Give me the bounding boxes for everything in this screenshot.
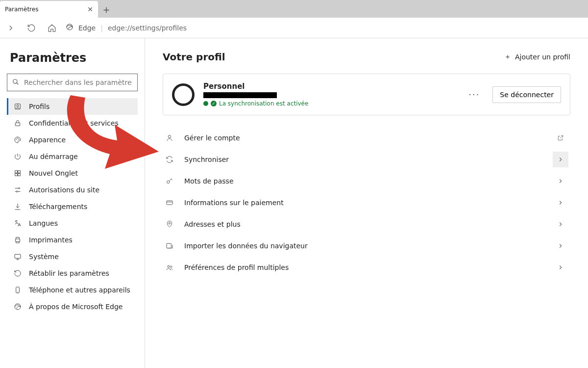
row-label: Mots de passe — [184, 177, 543, 185]
sync-status-text: La synchronisation est activée — [219, 100, 308, 107]
lock-icon — [13, 119, 22, 128]
svg-point-12 — [18, 187, 20, 189]
sidebar-item-label: Langues — [29, 219, 58, 227]
row-label: Adresses et plus — [184, 220, 543, 228]
avatar — [172, 83, 195, 106]
svg-point-23 — [168, 265, 170, 267]
chevron-right-icon — [553, 173, 568, 189]
sidebar-item-label: Au démarrage — [29, 153, 78, 160]
sidebar-item-label: À propos de Microsoft Edge — [29, 303, 122, 311]
svg-rect-14 — [15, 239, 20, 241]
search-input[interactable] — [24, 79, 132, 86]
sidebar-item-label: Profils — [29, 103, 49, 110]
reset-icon — [13, 269, 22, 278]
address-bar[interactable]: Edge | edge://settings/profiles — [66, 23, 584, 32]
power-icon — [13, 152, 22, 161]
external-link-icon — [553, 130, 568, 146]
svg-point-24 — [171, 266, 172, 267]
svg-rect-11 — [18, 174, 21, 176]
sidebar-item-imprimantes[interactable]: Imprimantes — [7, 232, 138, 248]
profile-icon — [13, 102, 22, 111]
grid-icon — [13, 169, 22, 178]
sidebar-item-systeme[interactable]: Système — [7, 248, 138, 265]
plus-icon: ＋ — [504, 53, 511, 61]
system-icon — [13, 252, 22, 261]
location-icon — [165, 220, 174, 228]
svg-point-7 — [19, 139, 19, 139]
close-tab-icon[interactable]: ✕ — [87, 5, 93, 13]
search-input-wrapper[interactable] — [7, 74, 138, 91]
row-gerer-compte[interactable]: Gérer le compte — [163, 127, 570, 149]
svg-point-13 — [16, 191, 18, 192]
sidebar-item-telechargements[interactable]: Téléchargements — [7, 198, 138, 215]
sidebar-item-profils[interactable]: Profils — [7, 98, 138, 115]
language-icon — [13, 219, 22, 228]
browser-tab[interactable]: Paramètres ✕ — [0, 1, 98, 18]
settings-sidebar: Paramètres Profils Confidentialité et se… — [0, 38, 145, 368]
sidebar-item-label: Apparence — [29, 136, 66, 144]
sidebar-title: Paramètres — [10, 51, 138, 65]
forward-button[interactable] — [4, 21, 18, 35]
tab-title: Paramètres — [5, 6, 38, 13]
add-profile-label: Ajouter un profil — [515, 53, 570, 61]
sliders-icon — [13, 185, 22, 194]
row-importer[interactable]: Importer les données du navigateur — [163, 235, 570, 257]
tab-bar: Paramètres ✕ + — [0, 0, 588, 18]
edge-logo-icon — [66, 23, 74, 32]
sidebar-item-label: Nouvel Onglet — [29, 169, 78, 177]
check-icon: ✓ — [211, 101, 217, 106]
row-label: Préférences de profil multiples — [184, 263, 543, 271]
redacted-email — [203, 92, 277, 98]
sidebar-item-telephone[interactable]: Téléphone et autres appareils — [7, 282, 138, 298]
row-label: Informations sur le paiement — [184, 199, 543, 207]
sidebar-item-label: Imprimantes — [29, 236, 73, 244]
key-icon — [165, 177, 174, 185]
profile-name: Personnel — [203, 82, 456, 91]
main-panel: Votre profil ＋ Ajouter un profil Personn… — [145, 38, 588, 368]
svg-rect-10 — [15, 174, 18, 176]
profile-card: Personnel ✓ La synchronisation est activ… — [163, 74, 570, 115]
svg-point-19 — [167, 181, 170, 183]
row-adresses[interactable]: Adresses et plus — [163, 213, 570, 235]
sidebar-item-apropos[interactable]: À propos de Microsoft Edge — [7, 298, 138, 315]
chevron-right-icon — [553, 195, 568, 210]
chevron-right-icon — [553, 260, 568, 275]
row-mots-de-passe[interactable]: Mots de passe — [163, 170, 570, 192]
sidebar-item-nouvel-onglet[interactable]: Nouvel Onglet — [7, 165, 138, 182]
add-profile-button[interactable]: ＋ Ajouter un profil — [504, 53, 570, 61]
download-icon — [13, 202, 22, 211]
sidebar-item-apparence[interactable]: Apparence — [7, 131, 138, 148]
sidebar-item-langues[interactable]: Langues — [7, 215, 138, 232]
row-label: Synchroniser — [184, 156, 543, 163]
sidebar-item-demarrage[interactable]: Au démarrage — [7, 148, 138, 165]
row-profils-multiples[interactable]: Préférences de profil multiples — [163, 257, 570, 278]
sidebar-item-label: Système — [29, 253, 59, 261]
chevron-right-icon — [553, 238, 568, 254]
palette-icon — [13, 135, 22, 144]
more-options-button[interactable]: ··· — [465, 89, 484, 100]
svg-point-1 — [13, 79, 17, 83]
import-icon — [165, 242, 174, 250]
svg-rect-15 — [15, 254, 21, 258]
sidebar-item-confidentialite[interactable]: Confidentialité et services — [7, 115, 138, 131]
browser-toolbar: Edge | edge://settings/profiles — [0, 18, 588, 38]
sidebar-item-label: Autorisations du site — [29, 186, 99, 194]
sidebar-item-label: Rétablir les paramètres — [29, 269, 109, 277]
svg-point-6 — [17, 138, 18, 138]
new-tab-button[interactable]: + — [98, 1, 115, 18]
printer-icon — [13, 236, 22, 244]
sidebar-item-autorisations[interactable]: Autorisations du site — [7, 182, 138, 198]
svg-rect-22 — [167, 243, 171, 248]
row-synchroniser[interactable]: Synchroniser — [163, 149, 570, 170]
row-paiement[interactable]: Informations sur le paiement — [163, 192, 570, 213]
address-separator: | — [100, 24, 103, 32]
svg-rect-20 — [167, 201, 172, 205]
svg-rect-8 — [15, 171, 18, 173]
svg-rect-4 — [15, 123, 20, 126]
phone-icon — [13, 286, 22, 294]
sidebar-item-retablir[interactable]: Rétablir les paramètres — [7, 265, 138, 282]
page-title: Votre profil — [163, 51, 225, 63]
signout-button[interactable]: Se déconnecter — [492, 86, 561, 103]
home-button[interactable] — [45, 21, 59, 35]
refresh-button[interactable] — [24, 21, 38, 35]
